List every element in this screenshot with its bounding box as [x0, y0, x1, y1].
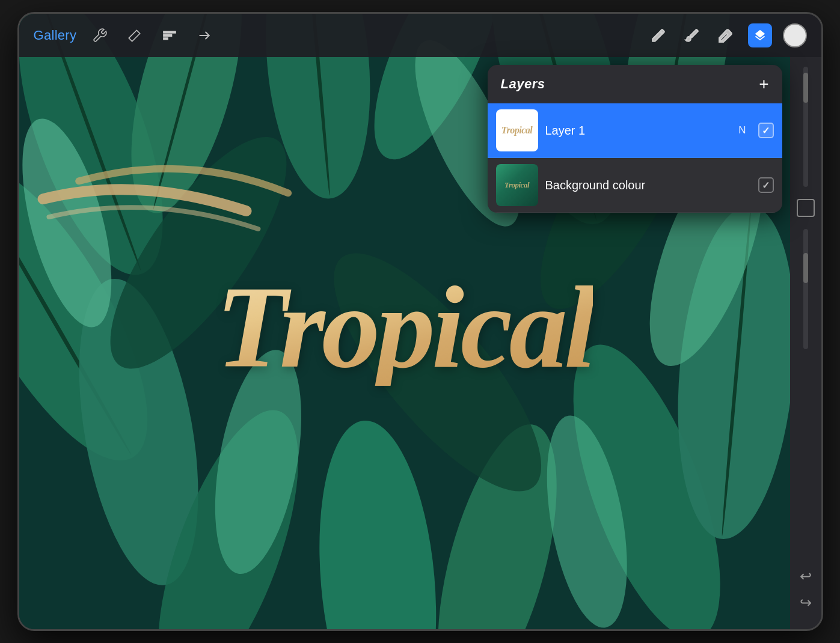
redo-button[interactable]: ↪	[800, 594, 812, 611]
layers-panel-header: Layers +	[488, 65, 782, 103]
layer-1-thumbnail: Tropical	[496, 109, 538, 151]
eraser-icon	[718, 28, 734, 43]
layer-1-thumb-content: Tropical	[496, 109, 538, 151]
right-sidebar: ↩ ↪	[790, 14, 821, 629]
layer-bg-thumb-content: Tropical	[496, 164, 538, 206]
layer-1-thumb-text: Tropical	[501, 125, 532, 136]
undo-button[interactable]: ↩	[800, 568, 812, 585]
sidebar-modifier[interactable]	[797, 199, 815, 217]
layer-bg-visibility[interactable]	[758, 177, 774, 193]
layer-1-blend[interactable]: N	[738, 124, 746, 136]
wrench-icon	[92, 28, 108, 43]
layer-bg-name: Background colour	[545, 178, 751, 192]
magic-wand-tool[interactable]	[123, 24, 146, 47]
opacity-slider[interactable]	[803, 229, 808, 349]
layer-row-background[interactable]: Tropical Background colour	[488, 158, 782, 213]
layer-bg-thumb-text: Tropical	[504, 180, 529, 190]
selection-icon	[197, 28, 212, 43]
color-picker[interactable]	[783, 23, 807, 47]
canvas-text: Tropical	[216, 269, 593, 386]
brush-size-thumb	[803, 73, 808, 103]
layer-row-1[interactable]: Tropical Layer 1 N	[488, 103, 782, 158]
layer-bg-thumbnail: Tropical	[496, 164, 538, 206]
magic-wand-icon	[127, 28, 143, 43]
add-layer-button[interactable]: +	[759, 76, 768, 93]
layer-1-name: Layer 1	[545, 124, 732, 138]
adjustments-tool[interactable]	[158, 24, 181, 47]
layers-icon	[753, 29, 767, 42]
adjustments-icon	[162, 28, 177, 43]
selection-tool[interactable]	[193, 24, 216, 47]
opacity-thumb	[803, 253, 808, 283]
layers-panel: Layers + Tropical Layer 1 N Tropical Bac…	[488, 65, 782, 213]
toolbar: Gallery	[19, 14, 821, 57]
ipad-frame: Tropical Gallery	[17, 12, 823, 631]
layers-panel-title: Layers	[501, 76, 545, 92]
brush-icon	[651, 28, 666, 43]
toolbar-left: Gallery	[34, 24, 216, 47]
brush-size-slider[interactable]	[803, 67, 808, 187]
gallery-button[interactable]: Gallery	[34, 28, 77, 43]
smudge-icon	[684, 28, 700, 43]
eraser-tool[interactable]	[714, 24, 737, 47]
wrench-tool[interactable]	[88, 24, 111, 47]
layers-button[interactable]	[748, 23, 772, 47]
toolbar-right	[647, 23, 807, 47]
sidebar-actions: ↩ ↪	[800, 568, 812, 611]
brush-tool[interactable]	[647, 24, 670, 47]
smudge-tool[interactable]	[681, 24, 704, 47]
layer-1-visibility[interactable]	[758, 123, 774, 138]
